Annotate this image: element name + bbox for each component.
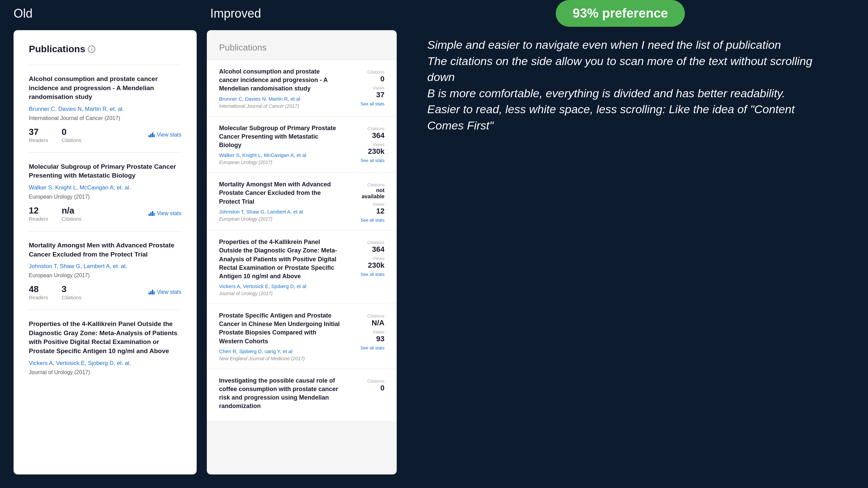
- views-side-label: Views: [347, 85, 384, 90]
- old-label: Old: [14, 6, 197, 21]
- svg-rect-11: [154, 291, 155, 294]
- old-pub-title: Alcohol consumption and prostate cancer …: [29, 75, 181, 102]
- svg-rect-9: [150, 291, 152, 294]
- improved-pub-title: Molecular Subgroup of Primary Prostate C…: [219, 124, 340, 150]
- improved-pub-authors[interactable]: Brunner C, Davies N, Martin R, et al: [219, 96, 340, 102]
- old-pub-journal: European Urology (2017): [29, 194, 181, 200]
- feedback-quote: Easier to read, less white space, less s…: [427, 101, 834, 134]
- view-stats-button[interactable]: View stats: [149, 210, 181, 217]
- improved-pub-authors[interactable]: Johnston T, Shaw G, Lambert A, et al: [219, 209, 340, 215]
- improved-pub-content: Properties of the 4-Kallikrein Panel Out…: [219, 238, 340, 296]
- readers-stat: 48 Readers: [29, 284, 48, 300]
- feedback-quotes-list: Simple and easier to navigate even when …: [427, 37, 834, 134]
- citations-side-label: Citations: [347, 313, 384, 319]
- see-all-stats-link[interactable]: See all stats: [347, 272, 384, 277]
- old-panel-title-text: Publications: [29, 44, 85, 55]
- views-side-label: Views: [347, 329, 384, 334]
- see-all-stats-link[interactable]: See all stats: [347, 101, 384, 106]
- improved-pub-title: Prostate Specific Antigen and Prostate C…: [219, 311, 340, 346]
- improved-pub-journal: International Journal of Cancer (2017): [219, 103, 340, 109]
- readers-label: Readers: [29, 137, 48, 143]
- citations-stat: n/a Citations: [62, 205, 81, 222]
- citations-side-label: Citations: [347, 126, 384, 131]
- old-pub-stats: 37 Readers 0 Citations View stats: [29, 127, 181, 143]
- svg-rect-10: [152, 290, 153, 294]
- readers-value: 12: [29, 205, 39, 216]
- old-publications-list: Alcohol consumption and prostate cancer …: [29, 65, 181, 390]
- improved-pub-side: Citations 0 Views 37 See all stats: [347, 67, 384, 109]
- old-panel: Publications i Alcohol consumption and p…: [14, 30, 197, 474]
- improved-pub-side: Citations N/A Views 93 See all stats: [347, 311, 384, 361]
- improved-pub-content: Molecular Subgroup of Primary Prostate C…: [219, 124, 340, 165]
- old-pub-authors[interactable]: Johnston T, Shaw G, Lambert A, et. al.: [29, 263, 181, 270]
- readers-label: Readers: [29, 216, 48, 222]
- see-all-stats-link[interactable]: See all stats: [347, 345, 384, 350]
- view-stats-button[interactable]: View stats: [149, 132, 181, 138]
- citations-label: Citations: [62, 216, 81, 222]
- citations-value: 0: [62, 127, 66, 137]
- improved-pub-item: Molecular Subgroup of Primary Prostate C…: [207, 116, 397, 173]
- see-all-stats-link[interactable]: See all stats: [347, 218, 384, 223]
- old-panel-title: Publications i: [29, 44, 181, 55]
- improved-pub-side: Citations 364 Views 230k See all stats: [347, 238, 384, 296]
- improved-pub-content: Prostate Specific Antigen and Prostate C…: [219, 311, 340, 361]
- top-labels: Old Improved 93% preference: [0, 0, 868, 27]
- citations-side-value: 364: [347, 131, 384, 140]
- citations-label: Citations: [62, 137, 81, 143]
- citations-stat: 3 Citations: [62, 284, 81, 300]
- citations-side-value: 0: [347, 75, 384, 83]
- views-side-label: Views: [347, 142, 384, 147]
- svg-rect-7: [154, 213, 155, 216]
- improved-pub-authors[interactable]: Vickers A, Vertosick E, Sjoberg D, et al: [219, 283, 340, 289]
- old-pub-authors[interactable]: Walker S, Knight L, McCavigan A, et. al.: [29, 184, 181, 191]
- old-pub-title: Molecular Subgroup of Primary Prostate C…: [29, 162, 181, 180]
- views-side-value: 37: [347, 90, 384, 99]
- svg-rect-0: [149, 135, 150, 137]
- citations-side-label: Citations: [347, 379, 384, 384]
- old-pub-authors[interactable]: Brunner C, Davies N, Martin R, et. al.: [29, 106, 181, 113]
- improved-pub-item: Mortality Amongst Men with Advanced Pros…: [207, 172, 397, 230]
- see-all-stats-link[interactable]: See all stats: [347, 158, 384, 163]
- improved-pub-journal: New England Journal of Medicine (2017): [219, 356, 340, 361]
- improved-pub-side: Citations 0: [347, 377, 384, 413]
- improved-pub-content: Alcohol consumption and prostate cancer …: [219, 67, 340, 109]
- improved-pub-title: Properties of the 4-Kallikrein Panel Out…: [219, 238, 340, 281]
- improved-pub-journal: European Urology (2017): [219, 160, 340, 165]
- views-side-value: 12: [347, 207, 384, 216]
- feedback-quote: The citations on the side allow you to s…: [427, 53, 834, 85]
- feedback-panel: Simple and easier to navigate even when …: [407, 30, 854, 474]
- citations-side-value: N/A: [347, 319, 384, 327]
- old-pub-authors[interactable]: Vickers A, Vertosick E, Sjoberg D, et. a…: [29, 360, 181, 367]
- old-pub-journal: International Journal of Cancer (2017): [29, 115, 181, 121]
- citations-side-label: Citations: [347, 182, 384, 187]
- improved-pub-content: Mortality Amongst Men with Advanced Pros…: [219, 180, 340, 223]
- improved-panel: Publications Alcohol consumption and pro…: [207, 30, 397, 474]
- improved-pub-journal: European Urology (2017): [219, 216, 340, 222]
- old-pub-title: Properties of the 4-Kallikrein Panel Out…: [29, 320, 181, 355]
- citations-side-value: 364: [347, 245, 384, 254]
- svg-rect-8: [149, 292, 150, 294]
- improved-pub-title: Investigating the possible causal role o…: [219, 377, 340, 411]
- chart-icon: [149, 290, 155, 294]
- views-side-value: 93: [347, 334, 384, 343]
- improved-pub-authors[interactable]: Chen R, Sjoberg D, uang Y, et al: [219, 348, 340, 354]
- citations-label: Citations: [62, 294, 81, 300]
- improved-pub-item: Prostate Specific Antigen and Prostate C…: [207, 304, 397, 369]
- old-pub-item: Mortality Amongst Men with Advanced Pros…: [29, 231, 181, 310]
- svg-rect-1: [150, 134, 152, 137]
- improved-publications-list: Alcohol consumption and prostate cancer …: [207, 60, 397, 421]
- views-side-label: Views: [347, 256, 384, 261]
- readers-value: 48: [29, 284, 39, 294]
- readers-stat: 12 Readers: [29, 205, 48, 222]
- citations-side-label: Citations: [347, 240, 384, 245]
- improved-label: Improved: [210, 6, 400, 21]
- readers-value: 37: [29, 127, 39, 137]
- improved-pub-journal: Journal of Urology (2017): [219, 291, 340, 296]
- old-pub-journal: Journal of Urology (2017): [29, 369, 181, 375]
- improved-panel-title: Publications: [207, 42, 397, 53]
- improved-pub-item: Properties of the 4-Kallikrein Panel Out…: [207, 230, 397, 304]
- preference-badge: 93% preference: [556, 0, 685, 27]
- improved-pub-authors[interactable]: Walker S, Knight L, McCavigan A, et al: [219, 152, 340, 158]
- view-stats-button[interactable]: View stats: [149, 289, 181, 295]
- info-icon[interactable]: i: [88, 45, 95, 53]
